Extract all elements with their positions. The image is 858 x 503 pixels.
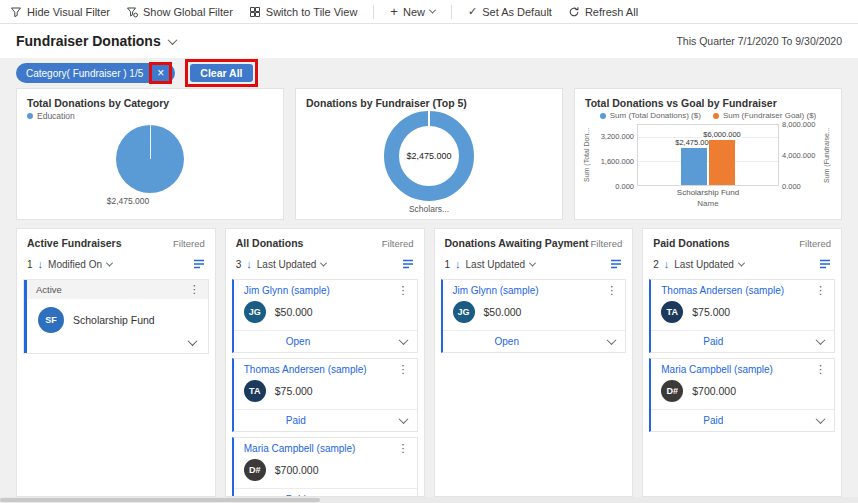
donation-card[interactable]: Maria Campbell (sample) ⋮ D# $700.000 Pa… [232, 437, 418, 496]
x-axis-title: Name [629, 199, 787, 208]
axis-tick-label: 0.000 [782, 182, 801, 191]
status-link[interactable]: Open [286, 336, 310, 347]
donation-card[interactable]: Jim Glynn (sample) ⋮ JG $50.000 Open [232, 279, 418, 353]
legend-item: Sum (Total Donations) ($) [600, 111, 701, 120]
stream-options-icon[interactable] [610, 258, 622, 270]
record-link[interactable]: Thomas Andersen (sample) [244, 364, 367, 375]
legend-dot [27, 113, 33, 119]
page-title: Fundraiser Donations [16, 33, 161, 49]
stream-title: Donations Awaiting Payment [445, 237, 589, 249]
sort-direction-icon[interactable]: ↓ [664, 259, 670, 269]
set-as-default-label: Set As Default [482, 6, 552, 18]
donation-card[interactable]: Thomas Andersen (sample) ⋮ TA $75.000 Pa… [232, 358, 418, 432]
sort-direction-icon[interactable]: ↓ [38, 259, 44, 269]
expand-chevron-icon[interactable] [398, 414, 408, 424]
left-axis-ticks: 3,200.000 1,600.000 0.000 [593, 124, 637, 186]
chart-total-donations-by-category: Total Donations by Category Education $2… [16, 88, 284, 220]
stream-options-icon[interactable] [193, 258, 205, 270]
refresh-all-button[interactable]: Refresh All [568, 6, 638, 18]
lane-footer [24, 339, 208, 353]
sort-field-selector[interactable]: Modified On [48, 259, 112, 270]
record-link[interactable]: Jim Glynn (sample) [453, 285, 539, 296]
card-menu-icon[interactable]: ⋮ [398, 364, 409, 375]
bar-total-donations[interactable] [681, 148, 707, 185]
horizontal-scrollbar[interactable] [0, 497, 858, 503]
time-range-label: This Quarter 7/1/2020 To 9/30/2020 [676, 35, 842, 47]
visual-filter-icon [10, 6, 22, 18]
stream-all-donations: All Donations Filtered 3 ↓ Last Updated … [225, 228, 425, 497]
stream-sort-bar: 3 ↓ Last Updated [226, 251, 424, 277]
tile-view-icon [249, 6, 261, 18]
visual-filter-charts: Total Donations by Category Education $2… [0, 88, 858, 220]
donut-chart-area: $2,475.000 Scholars... [296, 111, 562, 214]
card-menu-icon[interactable]: ⋮ [398, 443, 409, 454]
switch-to-tile-view-button[interactable]: Switch to Tile View [249, 6, 358, 18]
donut-chart[interactable]: $2,475.000 [384, 111, 474, 201]
card-menu-icon[interactable]: ⋮ [815, 285, 826, 296]
sort-direction-icon[interactable]: ↓ [246, 259, 252, 269]
expand-chevron-icon[interactable] [607, 335, 617, 345]
filter-chip-category[interactable]: Category( Fundraiser ) 1/5 × [16, 63, 175, 83]
record-link[interactable]: Maria Campbell (sample) [244, 443, 356, 454]
expand-chevron-icon[interactable] [816, 414, 826, 424]
expand-chevron-icon[interactable] [398, 335, 408, 345]
stream-options-icon[interactable] [819, 258, 831, 270]
card-menu-icon[interactable]: ⋮ [815, 364, 826, 375]
right-axis-title: Sum (Fundraise... [823, 124, 833, 186]
stream-header: Active Fundraisers Filtered [17, 229, 215, 251]
new-button[interactable]: + New [390, 6, 435, 18]
sort-direction-icon[interactable]: ↓ [455, 259, 461, 269]
chart-donations-by-fundraiser: Donations by Fundraiser (Top 5) $2,475.0… [295, 88, 563, 220]
status-link[interactable]: Open [495, 336, 519, 347]
lane-menu-icon[interactable]: ⋮ [189, 284, 200, 295]
card-menu-icon[interactable]: ⋮ [398, 285, 409, 296]
chevron-down-icon [320, 259, 327, 266]
stream-header: Paid Donations Filtered [643, 229, 841, 251]
record-link[interactable]: Thomas Andersen (sample) [661, 285, 784, 296]
bar-fundraiser-goal[interactable] [709, 140, 735, 185]
status-link[interactable]: Paid [703, 336, 723, 347]
clear-all-button[interactable]: Clear All [190, 64, 252, 82]
chart-title: Donations by Fundraiser (Top 5) [306, 97, 552, 109]
pie-slice-education[interactable] [116, 125, 184, 193]
donation-card[interactable]: Maria Campbell (sample) ⋮ D# $700.000 Pa… [649, 358, 835, 432]
donut-slice-divider [428, 111, 430, 126]
donation-amount: $50.000 [484, 306, 522, 318]
new-label: New [403, 6, 425, 18]
expand-chevron-icon[interactable] [398, 493, 408, 496]
record-link[interactable]: Maria Campbell (sample) [661, 364, 773, 375]
set-as-default-button[interactable]: ✓ Set As Default [468, 5, 552, 18]
refresh-all-label: Refresh All [585, 6, 638, 18]
status-link[interactable]: Paid [286, 494, 306, 496]
global-filter-icon [126, 6, 138, 18]
expand-chevron-icon[interactable] [816, 335, 826, 345]
donation-card[interactable]: Jim Glynn (sample) ⋮ JG $50.000 Open [441, 279, 627, 353]
sort-field-selector[interactable]: Last Updated [674, 259, 744, 270]
sort-field-selector[interactable]: Last Updated [257, 259, 327, 270]
hide-visual-filter-button[interactable]: Hide Visual Filter [10, 6, 110, 18]
dashboard-title-selector[interactable]: Fundraiser Donations [16, 33, 176, 49]
status-link[interactable]: Paid [703, 415, 723, 426]
show-global-filter-button[interactable]: Show Global Filter [126, 6, 233, 18]
sort-field-selector[interactable]: Last Updated [466, 259, 536, 270]
stream-active-fundraisers: Active Fundraisers Filtered 1 ↓ Modified… [16, 228, 216, 497]
status-link[interactable]: Paid [286, 415, 306, 426]
fundraiser-card[interactable]: SF Scholarship Fund [24, 299, 208, 339]
switch-to-tile-view-label: Switch to Tile View [266, 6, 358, 18]
record-link[interactable]: Jim Glynn (sample) [244, 285, 330, 296]
donation-card[interactable]: Thomas Andersen (sample) ⋮ TA $75.000 Pa… [649, 279, 835, 353]
stream-options-icon[interactable] [402, 258, 414, 270]
avatar: D# [661, 380, 683, 402]
chevron-down-icon [167, 35, 177, 45]
avatar: D# [244, 459, 266, 481]
card-menu-icon[interactable]: ⋮ [606, 285, 617, 296]
hide-visual-filter-label: Hide Visual Filter [27, 6, 110, 18]
legend-item: Education [27, 111, 75, 121]
stream-title: Active Fundraisers [27, 237, 122, 249]
scrollbar-thumb[interactable] [0, 498, 320, 502]
stream-header: All Donations Filtered [226, 229, 424, 251]
remove-filter-icon[interactable]: × [157, 68, 164, 78]
stream-header: Donations Awaiting Payment Filtered [435, 229, 633, 251]
pie-value-label: $2,475.000 [107, 196, 150, 206]
donation-amount: $75.000 [275, 385, 313, 397]
